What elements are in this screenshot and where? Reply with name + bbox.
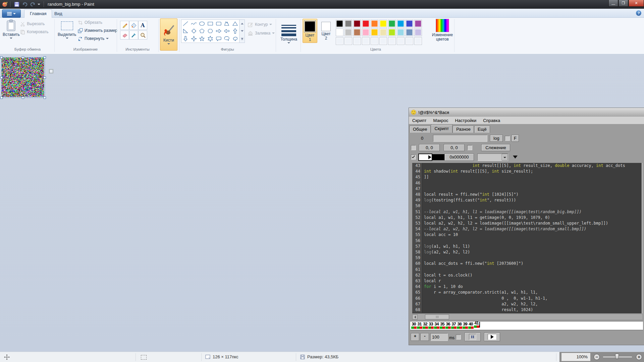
combo-arrow-button[interactable] <box>502 154 508 161</box>
shape-rounded-rectangle-button[interactable] <box>214 20 223 27</box>
zoom-out-button[interactable]: − <box>594 354 600 360</box>
paste-button[interactable]: Вставить <box>3 19 20 39</box>
f-button[interactable]: F <box>512 135 519 142</box>
magnifier-tool-button[interactable] <box>138 31 147 40</box>
pencil-tool-button[interactable] <box>120 21 129 30</box>
frame-35[interactable]: 35 <box>439 321 445 329</box>
frame-31[interactable]: 31 <box>417 321 422 329</box>
resize-button[interactable]: Изменить размер <box>78 27 117 34</box>
palette-color-swatch[interactable] <box>344 20 352 27</box>
frame-32[interactable]: 32 <box>422 321 428 329</box>
palette-color-swatch[interactable] <box>397 28 405 36</box>
app-menu-button[interactable] <box>2 9 21 18</box>
shape-arrow-down-button[interactable] <box>181 35 190 43</box>
frame-36[interactable]: 36 <box>445 321 451 329</box>
combo-box[interactable] <box>477 154 508 161</box>
copy-button[interactable]: Копировать <box>20 28 49 35</box>
hex-color-button[interactable]: 0x000000 <box>444 154 474 161</box>
pos1-button[interactable]: 0, 0 <box>419 144 440 151</box>
shape-ellipse-button[interactable] <box>198 20 206 27</box>
shape-star-4-button[interactable] <box>190 35 198 43</box>
frame-34[interactable]: 34 <box>434 321 439 329</box>
selection-handle[interactable] <box>0 56 3 59</box>
selection-handle[interactable] <box>44 56 46 59</box>
outline-button[interactable]: Контур <box>248 21 272 28</box>
shape-arrow-right-button[interactable] <box>214 27 223 35</box>
text-tool-button[interactable]: A <box>138 21 147 30</box>
palette-empty-swatch[interactable] <box>353 37 361 45</box>
shape-curve-button[interactable] <box>190 20 198 27</box>
palette-empty-swatch[interactable] <box>388 37 396 45</box>
palette-empty-swatch[interactable] <box>371 37 378 45</box>
palette-color-swatch[interactable] <box>344 28 352 36</box>
remove-frame-button[interactable]: - <box>421 333 429 341</box>
shape-star-6-button[interactable] <box>206 35 215 43</box>
palette-color-swatch[interactable] <box>414 20 422 27</box>
shape-arrow-left-button[interactable] <box>223 27 231 35</box>
palette-empty-swatch[interactable] <box>414 37 422 45</box>
help-icon[interactable]: ? <box>636 10 641 16</box>
tab-misc[interactable]: Разное <box>453 126 474 133</box>
tab-more[interactable]: Ещё <box>474 126 490 133</box>
frame-37[interactable]: 37 <box>451 321 457 329</box>
save-icon[interactable] <box>13 1 20 8</box>
interval-input[interactable] <box>430 333 448 341</box>
pos2-checkbox[interactable] <box>467 145 472 150</box>
scrollbar-thumb[interactable] <box>425 314 449 319</box>
maximize-button[interactable]: ❐ <box>619 0 628 7</box>
log-button[interactable]: log <box>490 135 503 142</box>
pos2-button[interactable]: 0, 0 <box>444 144 465 151</box>
selection-handle[interactable] <box>44 76 46 79</box>
loop-checkbox[interactable] <box>456 335 461 340</box>
palette-color-swatch[interactable] <box>371 28 378 36</box>
code-editor[interactable]: 43 int result[][5], int result_size, dou… <box>412 163 642 313</box>
log-checkbox[interactable] <box>505 136 510 141</box>
minimize-button[interactable]: — <box>608 0 618 7</box>
selection-handle[interactable] <box>22 97 24 99</box>
frame-41[interactable]: 41 <box>474 320 479 328</box>
menu-item-3[interactable]: Настройки <box>451 118 480 123</box>
frame-39[interactable]: 39 <box>462 321 468 329</box>
pos1-checkbox[interactable] <box>411 145 416 150</box>
palette-color-swatch[interactable] <box>388 28 396 36</box>
palette-color-swatch[interactable] <box>362 28 370 36</box>
add-frame-button[interactable]: + <box>411 333 419 341</box>
brushes-button[interactable]: Кисти <box>160 18 177 51</box>
selection-grip-icon[interactable] <box>49 69 53 73</box>
shape-line-button[interactable] <box>181 20 190 27</box>
edit-colors-button[interactable]: Изменение цветов <box>432 19 453 42</box>
selection-handle[interactable] <box>0 76 3 79</box>
palette-color-swatch[interactable] <box>414 28 422 36</box>
palette-color-swatch[interactable] <box>336 20 343 27</box>
palette-empty-swatch[interactable] <box>397 37 405 45</box>
scroll-up-icon[interactable] <box>241 23 244 24</box>
rotate-button[interactable]: Повернуть <box>78 35 109 42</box>
tab-home[interactable]: Главная <box>24 9 52 18</box>
palette-color-swatch[interactable] <box>353 28 361 36</box>
palette-empty-swatch[interactable] <box>406 37 413 45</box>
palette-color-swatch[interactable] <box>371 20 378 27</box>
play-button[interactable] <box>484 333 500 341</box>
undo-icon[interactable] <box>21 1 28 8</box>
zoom-slider-thumb[interactable] <box>615 354 619 359</box>
shape-pentagon-button[interactable] <box>198 27 206 35</box>
shape-polygon-button[interactable] <box>223 20 231 27</box>
scroll-more-icon[interactable] <box>241 38 244 40</box>
shape-callout-cloud-button[interactable] <box>231 35 239 43</box>
frame-timeline[interactable]: 303132333435363738394041 <box>410 321 643 330</box>
zoom-in-button[interactable]: + <box>636 354 642 360</box>
palette-color-swatch[interactable] <box>406 20 413 27</box>
tracking-button[interactable]: Слежение <box>481 144 510 151</box>
palette-color-swatch[interactable] <box>406 28 413 36</box>
selection-handle[interactable] <box>22 56 24 59</box>
fill-tool-button[interactable] <box>129 21 138 30</box>
shape-hexagon-button[interactable] <box>206 27 215 35</box>
shape-callout-rounded-button[interactable] <box>214 35 223 43</box>
menu-item-2[interactable]: Макрос <box>430 118 452 123</box>
palette-color-swatch[interactable] <box>379 28 387 36</box>
palette-color-swatch[interactable] <box>397 20 405 27</box>
frame-33[interactable]: 33 <box>428 321 434 329</box>
crop-button[interactable]: Обрезать <box>78 19 102 26</box>
palette-color-swatch[interactable] <box>336 28 343 36</box>
palette-empty-swatch[interactable] <box>362 37 370 45</box>
